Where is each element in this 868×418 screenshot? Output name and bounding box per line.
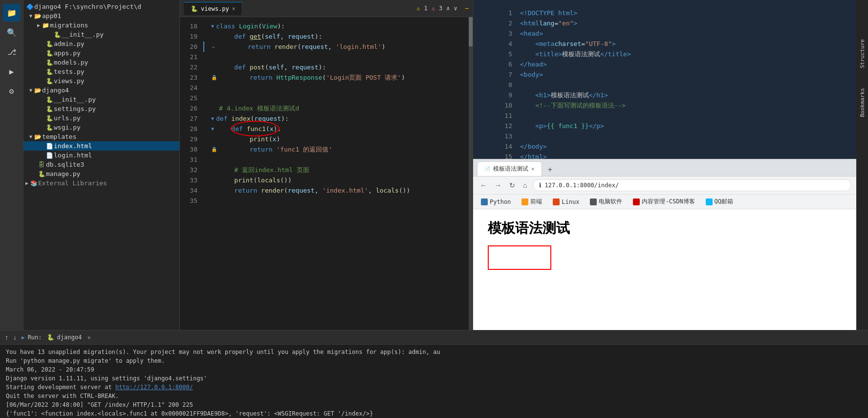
tree-init-py[interactable]: 🐍 __init__.py [23,30,179,39]
tree-admin-label: admin.py [54,40,179,47]
tab-close-icon[interactable]: ✕ [232,5,236,12]
lock-icon: ℹ [539,182,542,189]
nav-up-icon[interactable]: ∧ [446,5,450,12]
run-debug-btn[interactable]: ▶ [3,63,21,80]
tree-tests-py[interactable]: 🐍 tests.py [23,67,179,76]
tree-models-py[interactable]: 🐍 models.py [23,58,179,67]
bookmark-python-icon [481,198,488,205]
run-label: ▶ Run: 🐍 django4 ✕ [22,334,91,341]
tree-admin-py[interactable]: 🐍 admin.py [23,39,179,48]
forward-btn[interactable]: → [493,179,503,191]
folder-icon: 📂 [33,87,42,94]
run-line-5: Starting development server at http://12… [6,383,862,392]
tree-login-html[interactable]: 📄 login.html [23,151,179,160]
address-bar[interactable]: ℹ 127.0.0.1:8000/index/ [533,179,851,191]
tree-wsgi-py[interactable]: 🐍 wsgi.py [23,123,179,132]
tree-app01-label: app01 [42,12,179,20]
collapse-arrow-icon[interactable]: ▼ [211,21,214,31]
code-line-19: def get(self, request): [203,31,469,42]
tree-settings-py[interactable]: 🐍 settings.py [23,104,179,113]
bookmark-csdn-icon [633,198,640,205]
collapse-arrow-icon[interactable]: ▼ [211,113,214,124]
run-up-btn[interactable]: ↑ [4,332,9,342]
tree-apps-py[interactable]: 🐍 apps.py [23,48,179,58]
tree-views-py[interactable]: 🐍 views.py [23,76,179,86]
tree-django4[interactable]: ▼ 📂 django4 [23,86,179,95]
collapse-arrow-icon[interactable]: ▼ [211,124,214,134]
html-editor[interactable]: 1 <!DOCTYPE html> 2 <html lang="en"> 3 <… [473,0,856,159]
bookmark-qq-label: QQ邮箱 [715,198,733,206]
bookmark-soft-label: 电脑软件 [599,198,622,206]
run-controls: ↑ ↓ [4,332,18,342]
extensions-btn[interactable]: ⚙ [3,82,21,100]
editor-tab-views-py[interactable]: 🐍 views.py ✕ [184,2,242,15]
bookmark-software[interactable]: 电脑软件 [586,197,626,207]
refresh-btn[interactable]: ↻ [507,179,517,191]
right-panel: 1 <!DOCTYPE html> 2 <html lang="en"> 3 <… [473,0,856,330]
editor-tab-label: views.py [201,5,229,12]
tree-db-label: db.sqlite3 [46,161,179,168]
bookmark-frontend[interactable]: 前端 [518,197,546,207]
project-view-btn[interactable]: 📁 [3,4,21,22]
tree-urls-py[interactable]: 🐍 urls.py [23,113,179,123]
tree-manage-label: manage.py [46,170,179,177]
tree-project-root[interactable]: 🔷 django4 F:\synchro\Project\d [23,2,179,11]
tree-models-label: models.py [54,59,179,66]
tree-init-label: __init__.py [62,31,179,38]
tree-django4-init[interactable]: 🐍 __init__.py [23,95,179,104]
bookmark-qq[interactable]: QQ邮箱 [702,197,737,207]
html-line-14: 14 </body> [473,141,856,152]
home-btn[interactable]: ⌂ [521,179,529,191]
run-line-2: Run 'python manage.py migrate' to apply … [6,356,862,365]
file-sqlite-icon: 🗄 [37,161,46,168]
bookmark-csdn[interactable]: 内容管理-CSDN博客 [629,197,698,207]
tree-templates[interactable]: ▼ 📂 templates [23,132,179,141]
tree-migrations[interactable]: ▶ 📁 migrations [23,21,179,30]
html-line-8: 8 [473,80,856,90]
browser-tab-active[interactable]: 📄 模板语法测试 ✕ [477,161,542,176]
bookmark-python[interactable]: Python [477,198,515,206]
run-line-8: {'func1': <function index.<locals>.func1… [6,409,862,418]
html-line-9: 9 <h1>模板语法测试</h1> [473,90,856,100]
code-line-26: # 4.index 模板语法测试d [203,103,469,113]
project-icon: 🔷 [25,3,34,10]
right-strip: Structure Bookmarks [856,0,868,330]
bookmark-frontend-icon [521,198,528,205]
code-line-24 [203,83,469,93]
file-py-icon: 🐍 [45,68,54,75]
bookmark-linux[interactable]: Linux [549,198,583,206]
run-down-btn[interactable]: ↓ [12,332,18,342]
code-lines[interactable]: ▼ class Login(View): def get(self, reque… [203,17,469,330]
tree-external-libs[interactable]: ▶ 📚 External Libraries [23,178,179,188]
editor-scrollbar[interactable] [469,17,473,330]
browser-tab-close-icon[interactable]: ✕ [531,166,535,172]
nav-down-icon[interactable]: ∨ [454,5,457,12]
right-strip-bookmarks[interactable]: Bookmarks [859,88,866,117]
run-tab-close-icon[interactable]: ✕ [87,334,91,341]
tree-app01[interactable]: ▼ 📂 app01 [23,11,179,21]
folder-icon: 📂 [33,13,42,20]
git-btn[interactable]: ⎇ [3,43,21,61]
code-line-22: def post(self, request): [203,62,469,72]
run-tab-label: Run: [28,334,42,341]
bookmark-python-label: Python [490,198,511,205]
editor-scrollbar-thumb[interactable] [469,17,473,46]
code-editor: 18 19 20 21 22 23 24 25 26 27 28 29 30 3… [180,17,473,330]
bookmark-linux-label: Linux [562,198,579,205]
tree-index-html[interactable]: 📄 index.html [23,141,179,151]
server-url-link[interactable]: http://127.0.0.1:8000/ [115,384,193,391]
search-btn[interactable]: 🔍 [3,23,21,41]
tree-urls-label: urls.py [54,114,179,122]
right-strip-structure[interactable]: Structure [859,39,866,68]
tree-migrations-label: migrations [50,22,179,29]
tree-db-sqlite3[interactable]: 🗄 db.sqlite3 [23,160,179,169]
new-tab-btn[interactable]: + [544,163,556,176]
back-btn[interactable]: ← [478,179,489,191]
code-line-23: 🔒 return HttpResponse('Login页面 POST 请求') [203,72,469,83]
run-line-3: March 06, 2022 - 20:47:59 [6,365,862,374]
file-py-icon: 🐍 [45,124,54,131]
run-console: You have 13 unapplied migration(s). Your… [0,345,868,418]
run-panel: ↑ ↓ ▶ Run: 🐍 django4 ✕ You have 13 unapp… [0,330,868,418]
tree-manage-py[interactable]: 🐍 manage.py [23,169,179,178]
html-line-3: 3 <head> [473,28,856,39]
